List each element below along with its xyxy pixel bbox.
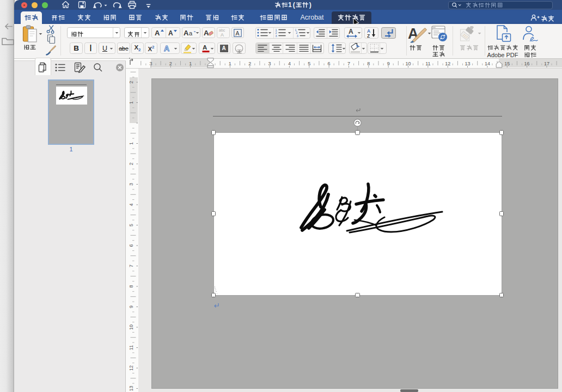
svg-text:3: 3 <box>276 34 277 38</box>
svg-text:4: 4 <box>129 203 134 206</box>
svg-text:1: 1 <box>129 142 134 145</box>
svg-text:5: 5 <box>308 61 310 66</box>
svg-text:A: A <box>164 44 169 53</box>
svg-text:15: 15 <box>504 61 510 66</box>
svg-text:1: 1 <box>189 61 192 66</box>
svg-text:12: 12 <box>445 61 450 66</box>
svg-text:2: 2 <box>169 61 172 66</box>
svg-text:8: 8 <box>367 61 370 66</box>
svg-text:a: a <box>189 30 193 36</box>
svg-text:7: 7 <box>129 265 134 267</box>
svg-text:9: 9 <box>387 61 390 66</box>
svg-text:13: 13 <box>465 61 471 66</box>
svg-text:3: 3 <box>297 34 298 38</box>
svg-text:1: 1 <box>129 101 134 104</box>
svg-text:Z: Z <box>367 33 370 39</box>
svg-text:16: 16 <box>524 61 530 66</box>
svg-text:2: 2 <box>248 61 251 66</box>
svg-text:11: 11 <box>129 345 134 350</box>
svg-text:13: 13 <box>129 385 134 391</box>
svg-text:A: A <box>204 29 209 37</box>
svg-text:2: 2 <box>129 162 134 165</box>
svg-text:4: 4 <box>288 61 291 66</box>
svg-text:3: 3 <box>149 61 152 66</box>
svg-text:10: 10 <box>405 61 411 66</box>
svg-text:A: A <box>155 29 160 37</box>
svg-text:abc: abc <box>219 28 225 32</box>
svg-text:A: A <box>203 44 207 51</box>
svg-text:A: A <box>221 32 224 38</box>
svg-text:6: 6 <box>328 61 331 66</box>
svg-text:17: 17 <box>544 61 549 66</box>
svg-text:A: A <box>184 29 189 37</box>
svg-text:A: A <box>168 29 173 37</box>
svg-text:8: 8 <box>129 285 134 287</box>
svg-text:14: 14 <box>485 61 490 66</box>
svg-text:A: A <box>236 29 240 36</box>
svg-text:11: 11 <box>425 61 430 66</box>
svg-text:1: 1 <box>229 61 231 66</box>
svg-text:9: 9 <box>129 305 134 308</box>
svg-text:7: 7 <box>347 61 350 66</box>
svg-text:3: 3 <box>129 183 134 186</box>
svg-text:10: 10 <box>129 324 134 330</box>
svg-text:12: 12 <box>129 365 134 371</box>
svg-text:6: 6 <box>129 244 134 247</box>
svg-text:A: A <box>349 28 353 35</box>
svg-text:2: 2 <box>129 81 134 83</box>
svg-text:5: 5 <box>129 224 134 226</box>
svg-text:3: 3 <box>268 61 271 66</box>
